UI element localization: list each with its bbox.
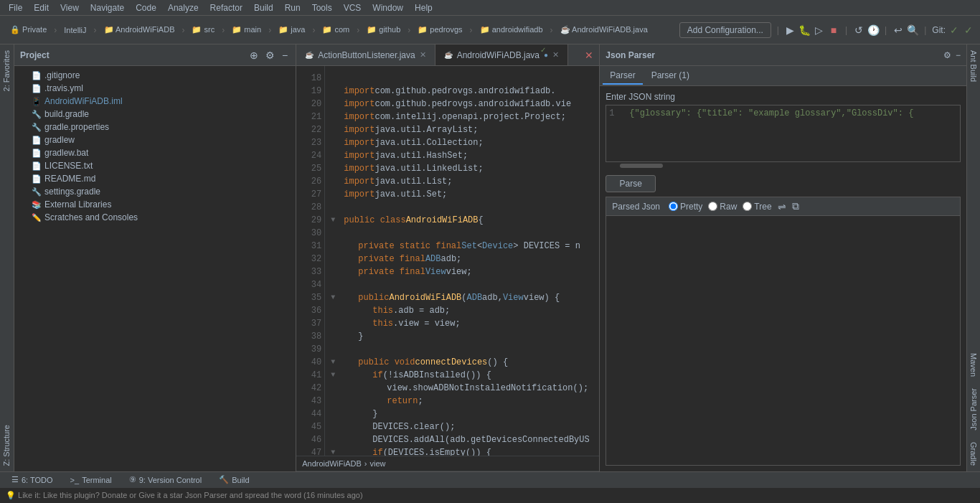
menu-file[interactable]: File <box>3 1 28 14</box>
java-file-icon: ☕ <box>444 51 453 59</box>
format-options-icon[interactable]: ⇌ <box>778 201 786 212</box>
editor-breadcrumb: AndroidWiFiADB › view <box>296 456 599 471</box>
sidebar-close-button[interactable]: − <box>280 49 290 62</box>
tree-item-settings-gradle[interactable]: 🔧 settings.gradle <box>14 185 296 198</box>
close-panel-button[interactable]: ✕ <box>585 50 593 61</box>
bottom-tab-todo[interactable]: ☰ 6: TODO <box>6 474 59 486</box>
git-check-icon[interactable]: ✓ <box>948 24 960 36</box>
tree-item-label: build.gradle <box>44 109 89 119</box>
vtab-maven[interactable]: Maven <box>967 347 980 382</box>
menu-tools[interactable]: Tools <box>306 1 338 14</box>
tab-parser[interactable]: Parser <box>603 67 642 85</box>
add-configuration-button[interactable]: Add Configuration... <box>679 22 771 38</box>
coverage-button[interactable]: ▷ <box>814 24 825 36</box>
tree-item-build-gradle[interactable]: 🔧 build.gradle <box>14 108 296 121</box>
tree-item-label: External Libraries <box>44 199 111 210</box>
code-line-39 <box>331 343 593 356</box>
debug-button[interactable]: 🐛 <box>799 24 811 36</box>
tab-androidwifiadb[interactable]: ☕ AndroidWiFiADB.java ● ✕ ✓ <box>435 44 568 65</box>
editor-tab-bar: ☕ ActionButtonListener.java ✕ ☕ AndroidW… <box>296 44 599 66</box>
code-line-18 <box>331 72 593 85</box>
tree-item-license[interactable]: 📄 LICENSE.txt <box>14 159 296 172</box>
json-input-label: Enter JSON string <box>606 92 961 102</box>
tree-item-gradlew[interactable]: 📄 gradlew <box>14 133 296 146</box>
tree-item-label: settings.gradle <box>44 187 100 197</box>
tree-item-label: README.md <box>44 174 95 184</box>
breadcrumb-main[interactable]: 📁 main <box>227 23 265 37</box>
bottom-tab-terminal[interactable]: >_ Terminal <box>65 474 118 486</box>
breadcrumb-pedrovgs[interactable]: 📁 pedrovgs <box>413 23 466 37</box>
breadcrumb-androidwifiadb2[interactable]: 📁 androidwifiadb <box>476 23 547 37</box>
breadcrumb-github[interactable]: 📁 github <box>362 23 405 37</box>
run-button[interactable]: ▶ <box>785 24 796 36</box>
parsed-json-label: Parsed Json <box>612 202 660 212</box>
menu-window[interactable]: Window <box>367 1 409 14</box>
tree-item-readme[interactable]: 📄 README.md <box>14 172 296 185</box>
breadcrumb-java[interactable]: 📁 java <box>274 23 309 37</box>
json-input-area: 1 {"glossary": {"title": "example glossa… <box>606 105 961 162</box>
radio-pretty[interactable]: Pretty <box>669 202 702 212</box>
code-line-28 <box>331 201 593 214</box>
breadcrumb-androidwifiadb[interactable]: 📁 AndroidWiFiADB <box>100 23 179 37</box>
menu-edit[interactable]: Edit <box>28 1 55 14</box>
code-line-47: ▼if (DEVICES.isEmpty()) { <box>331 446 593 456</box>
update-button[interactable]: ↺ <box>853 24 864 36</box>
code-line-33: private final View view; <box>331 265 593 278</box>
menu-code[interactable]: Code <box>130 1 162 14</box>
bottom-tab-vcs[interactable]: ⑨ 9: Version Control <box>123 474 207 486</box>
tab-actionbuttonlistener[interactable]: ☕ ActionButtonListener.java ✕ <box>296 44 435 65</box>
parse-button[interactable]: Parse <box>606 175 656 192</box>
input-scrollbar[interactable] <box>606 164 961 169</box>
tab-close-button[interactable]: ✕ <box>420 50 426 60</box>
menu-refactor[interactable]: Refactor <box>204 1 248 14</box>
sidebar-add-button[interactable]: ⊕ <box>248 49 260 62</box>
breadcrumb-intellij[interactable]: IntelliJ <box>60 24 90 37</box>
menu-navigate[interactable]: Navigate <box>85 1 130 14</box>
tab-close-button[interactable]: ✕ <box>552 50 559 60</box>
menu-analyze[interactable]: Analyze <box>162 1 204 14</box>
menu-help[interactable]: Help <box>409 1 438 14</box>
panel-settings-icon[interactable]: ⚙ <box>943 50 951 60</box>
sidebar-settings-button[interactable]: ⚙ <box>263 49 277 62</box>
tree-item-label: LICENSE.txt <box>44 161 93 171</box>
breadcrumb-src[interactable]: 📁 src <box>187 23 219 37</box>
tree-item-scratches[interactable]: ✏️ Scratches and Consoles <box>14 211 296 224</box>
vtab-json-parser[interactable]: Json Parser <box>967 382 980 436</box>
tab-parser-1[interactable]: Parser (1) <box>644 67 697 85</box>
tree-item-gradle-properties[interactable]: 🔧 gradle.properties <box>14 121 296 133</box>
notification-text: 💡 Like it: Like this plugin? Donate or G… <box>6 491 363 500</box>
copy-icon[interactable]: ⧉ <box>792 200 799 212</box>
menu-build[interactable]: Build <box>248 1 279 14</box>
right-vertical-tabs: Ant Build Maven Json Parser Gradle <box>966 44 980 471</box>
tree-item-travis[interactable]: 📄 .travis.yml <box>14 82 296 95</box>
search-everywhere-button[interactable]: 🔍 <box>907 24 918 36</box>
bottom-tab-build[interactable]: 🔨 Build <box>213 474 255 486</box>
code-text[interactable]: import com.github.pedrovgs.androidwifiad… <box>325 66 599 456</box>
panel-minimize-icon[interactable]: − <box>956 50 961 60</box>
code-line-22: import java.util.ArrayList; <box>331 123 593 136</box>
menu-vcs[interactable]: VCS <box>338 1 367 14</box>
breadcrumb-file[interactable]: ☕ AndroidWiFiADB.java <box>556 23 652 37</box>
sidebar-item-favorites[interactable]: 2: Favorites <box>0 44 14 97</box>
sidebar-item-structure[interactable]: Z: Structure <box>0 419 14 471</box>
radio-tree[interactable]: Tree <box>743 202 771 212</box>
code-line-20: import com.github.pedrovgs.androidwifiad… <box>331 98 593 111</box>
tree-item-external-libraries[interactable]: 📚 External Libraries <box>14 198 296 211</box>
vtab-ant-build[interactable]: Ant Build <box>967 44 980 88</box>
json-parser-panel: Json Parser ⚙ − Parser Parser (1) Enter … <box>599 44 966 471</box>
menu-run[interactable]: Run <box>279 1 306 14</box>
radio-raw[interactable]: Raw <box>708 202 737 212</box>
tree-item-iml[interactable]: 📱 AndroidWiFiADB.iml <box>14 95 296 108</box>
history-button[interactable]: 🕐 <box>867 24 879 36</box>
code-line-42: view.showADBNotInstalledNotification(); <box>331 382 593 395</box>
menu-view[interactable]: View <box>55 1 85 14</box>
breadcrumb-private[interactable]: 🔒 Private <box>6 23 51 37</box>
vtab-gradle[interactable]: Gradle <box>967 436 980 471</box>
tree-item-gitignore[interactable]: 📄 .gitignore <box>14 69 296 82</box>
undo-button[interactable]: ↩ <box>892 24 904 36</box>
tree-item-gradlew-bat[interactable]: 📄 gradlew.bat <box>14 146 296 159</box>
json-input-value: {"glossary": {"title": "example glossary… <box>629 108 913 118</box>
breadcrumb-com[interactable]: 📁 com <box>318 23 354 37</box>
stop-button[interactable]: ■ <box>828 24 839 36</box>
git-check2-icon[interactable]: ✓ <box>963 24 974 36</box>
